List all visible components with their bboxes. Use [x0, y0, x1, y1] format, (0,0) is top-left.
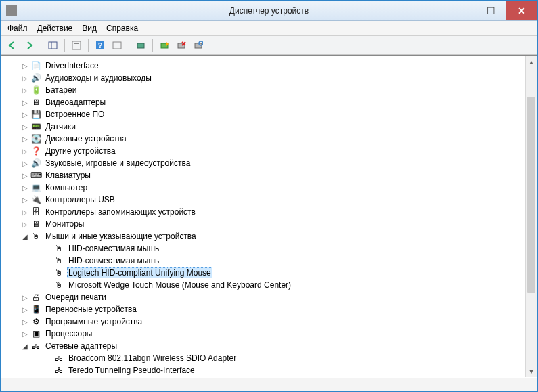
tree-leaf[interactable]: 🖱Microsoft Wedge Touch Mouse (Mouse and … [9, 279, 522, 291]
tree-item-label[interactable]: Звуковые, игровые и видеоустройства [44, 158, 192, 168]
tree-item-label[interactable]: Датчики [44, 122, 77, 131]
collapse-icon[interactable]: ◢ [21, 343, 29, 350]
tree-category[interactable]: ▷🔊Аудиовходы и аудиовыходы [9, 72, 522, 84]
expand-icon[interactable]: ▷ [21, 221, 29, 228]
expand-icon[interactable]: ▷ [21, 318, 29, 326]
tree-category[interactable]: ▷💻Компьютер [9, 181, 522, 194]
device-icon: 🖱 [53, 267, 64, 278]
vertical-scrollbar[interactable]: ▲ ▼ [525, 56, 537, 377]
device-icon: 💽 [30, 133, 41, 144]
tree-category[interactable]: ▷💾Встроенное ПО [9, 108, 522, 121]
uninstall-button[interactable] [174, 38, 189, 53]
tree-item-label[interactable]: Microsoft Wedge Touch Mouse (Mouse and K… [67, 280, 292, 290]
scan-hardware-button[interactable] [133, 38, 148, 53]
tree-item-label[interactable]: Переносные устройства [44, 305, 138, 314]
expand-icon[interactable]: ▷ [21, 148, 29, 155]
tree-item-label[interactable]: Мыши и иные указывающие устройства [44, 232, 198, 241]
help-button[interactable]: ? [93, 38, 108, 53]
tree-item-label[interactable]: Teredo Tunneling Pseudo-Interface [67, 366, 196, 375]
device-icon: ▣ [30, 328, 41, 339]
tree-category[interactable]: ▷💽Дисковые устройства [9, 133, 522, 145]
toolbar-button[interactable] [110, 38, 125, 53]
tree-category[interactable]: ▷❓Другие устройства [9, 145, 522, 157]
tree-item-label[interactable]: Программные устройства [44, 317, 143, 326]
tree-category[interactable]: ▷▣Процессоры [9, 328, 522, 340]
menu-action[interactable]: Действие [37, 24, 73, 33]
expand-icon[interactable]: ▷ [21, 160, 29, 167]
tree-leaf[interactable]: 🖱Logitech HID-compliant Unifying Mouse [9, 267, 522, 279]
tree-category[interactable]: ▷🖥Видеоадаптеры [9, 96, 522, 108]
tree-item-label[interactable]: Контроллеры USB [44, 195, 116, 204]
tree-item-label[interactable]: Logitech HID-compliant Unifying Mouse [67, 267, 212, 278]
tree-item-label[interactable]: Дисковые устройства [44, 134, 128, 144]
forward-button[interactable] [22, 38, 37, 53]
toolbar-separator [88, 39, 89, 52]
tree-category[interactable]: ▷🔊Звуковые, игровые и видеоустройства [9, 157, 522, 169]
tree-category[interactable]: ▷🔋Батареи [9, 84, 522, 96]
tree-item-label[interactable]: Сетевые адаптеры [44, 341, 118, 351]
close-button[interactable]: ✕ [506, 1, 537, 20]
tree-item-label[interactable]: Видеоадаптеры [44, 97, 107, 107]
expand-icon[interactable]: ▷ [21, 184, 29, 192]
expand-icon[interactable]: ▷ [21, 123, 29, 131]
expand-icon[interactable]: ▷ [21, 87, 29, 94]
tree-category[interactable]: ▷🖥Мониторы [9, 218, 522, 230]
tree-item-label[interactable]: Батареи [44, 85, 78, 95]
expand-icon[interactable]: ▷ [21, 306, 29, 313]
expand-icon[interactable]: ▷ [21, 99, 29, 106]
tree-item-label[interactable]: HID-совместимая мышь [67, 256, 160, 265]
scroll-down-button[interactable]: ▼ [526, 366, 537, 377]
menu-view[interactable]: Вид [82, 24, 97, 33]
tree-item-label[interactable]: Другие устройства [44, 146, 117, 156]
tree-item-label[interactable]: Клавиатуры [44, 171, 92, 180]
tree-category[interactable]: ▷📄DriverInterface [9, 60, 522, 72]
expand-icon[interactable]: ▷ [21, 330, 29, 338]
tree-item-label[interactable]: Процессоры [44, 329, 94, 339]
tree-category[interactable]: ▷⌨Клавиатуры [9, 169, 522, 181]
expand-icon[interactable]: ▷ [21, 196, 29, 204]
back-button[interactable] [5, 38, 20, 53]
tree-category[interactable]: ▷🖨Очереди печати [9, 291, 522, 303]
menu-file[interactable]: Файл [7, 24, 28, 33]
tree-leaf[interactable]: 🖧Teredo Tunneling Pseudo-Interface [9, 364, 522, 376]
tree-item-label[interactable]: HID-совместимая мышь [67, 244, 160, 253]
device-tree[interactable]: ▷📄DriverInterface▷🔊Аудиовходы и аудиовых… [9, 57, 535, 376]
properties-button[interactable] [69, 38, 84, 53]
expand-icon[interactable]: ▷ [21, 294, 29, 301]
tree-item-label[interactable]: DriverInterface [44, 61, 100, 70]
minimize-button[interactable]: — [444, 1, 475, 20]
tree-item-label[interactable]: Broadcom 802.11abgn Wireless SDIO Adapte… [67, 353, 238, 363]
tree-item-label[interactable]: Очереди печати [44, 292, 108, 302]
maximize-button[interactable]: ☐ [475, 1, 506, 20]
tree-leaf[interactable]: 🖧Broadcom 802.11abgn Wireless SDIO Adapt… [9, 352, 522, 364]
tree-category[interactable]: ▷⚙Программные устройства [9, 315, 522, 328]
tree-category[interactable]: ▷📱Переносные устройства [9, 303, 522, 315]
tree-item-label[interactable]: Контроллеры запоминающих устройств [44, 207, 197, 217]
tree-category[interactable]: ▷🗄Контроллеры запоминающих устройств [9, 206, 522, 218]
expand-icon[interactable]: ▷ [21, 209, 29, 216]
expand-icon[interactable]: ▷ [21, 62, 29, 70]
expand-icon[interactable]: ▷ [21, 135, 29, 143]
collapse-icon[interactable]: ◢ [21, 233, 29, 240]
tree-leaf[interactable]: 🖱HID-совместимая мышь [9, 255, 522, 267]
tree-category[interactable]: ◢🖱Мыши и иные указывающие устройства [9, 230, 522, 242]
expand-icon[interactable]: ▷ [21, 74, 29, 82]
disable-button[interactable] [191, 38, 206, 53]
tree-category[interactable]: ▷📟Датчики [9, 121, 522, 133]
menu-help[interactable]: Справка [106, 24, 138, 33]
device-icon: 🔌 [30, 194, 41, 205]
tree-item-label[interactable]: Компьютер [44, 183, 89, 192]
device-icon: 📄 [30, 60, 41, 71]
expand-icon[interactable]: ▷ [21, 172, 29, 179]
scroll-up-button[interactable]: ▲ [526, 56, 537, 68]
tree-item-label[interactable]: Встроенное ПО [44, 110, 106, 119]
expand-icon[interactable]: ▷ [21, 111, 29, 118]
tree-item-label[interactable]: Аудиовходы и аудиовыходы [44, 73, 153, 83]
tree-leaf[interactable]: 🖱HID-совместимая мышь [9, 242, 522, 255]
tree-category[interactable]: ▷🔌Контроллеры USB [9, 194, 522, 206]
tree-item-label[interactable]: Мониторы [44, 219, 85, 229]
update-driver-button[interactable] [157, 38, 172, 53]
show-hide-console-button[interactable] [45, 38, 60, 53]
tree-category[interactable]: ◢🖧Сетевые адаптеры [9, 340, 522, 352]
scrollbar-thumb[interactable] [527, 97, 535, 293]
